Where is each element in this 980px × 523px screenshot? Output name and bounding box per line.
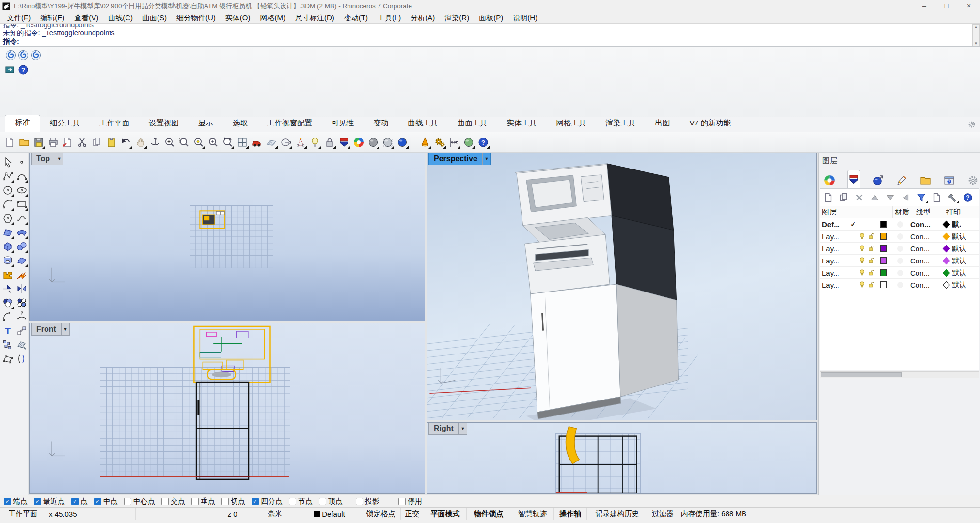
layer-print-color[interactable] (940, 258, 952, 263)
hatch-icon[interactable] (16, 338, 28, 351)
join-puzzle-icon[interactable] (1, 268, 14, 281)
panel-gear-icon[interactable] (967, 172, 979, 188)
osnap-8[interactable]: ✓四分点 (252, 497, 283, 506)
layer-row-3[interactable]: Lay...Con...默认 (820, 255, 979, 267)
osnap-6[interactable]: 垂点 (191, 497, 215, 506)
move-up-icon[interactable] (869, 192, 880, 203)
toolbar-tab-2[interactable]: 工作平面 (90, 116, 139, 132)
layer-linetype[interactable]: Con... (910, 245, 940, 253)
toolbar-tab-7[interactable]: 可见性 (322, 116, 364, 132)
layer-color-swatch[interactable] (877, 221, 890, 228)
fillet-arc-icon[interactable] (1, 310, 14, 323)
dimension-icon[interactable] (447, 136, 460, 149)
viewport-perspective-menu-icon[interactable]: ▼ (482, 153, 490, 165)
status-cell-8[interactable]: 平面模式 (424, 508, 467, 520)
layer-color-swatch[interactable] (877, 269, 890, 276)
layer-lock-icon[interactable] (868, 256, 877, 265)
save-file-icon[interactable] (32, 136, 45, 149)
viewport-perspective[interactable]: Perspective ▼ (427, 153, 817, 420)
help-icon[interactable]: ? (476, 136, 490, 149)
osnap-checkbox[interactable] (289, 498, 296, 505)
osnap-2[interactable]: ✓点 (71, 497, 88, 506)
close-button[interactable]: × (958, 0, 980, 12)
status-cell-7[interactable]: 正交 (401, 508, 424, 520)
osnap-11[interactable]: 投影 (356, 497, 379, 506)
layer-print-color[interactable] (940, 282, 952, 288)
osnap-checkbox[interactable] (124, 498, 131, 505)
osnap-checkbox[interactable] (161, 498, 169, 505)
layer-print-width[interactable]: 默认 (952, 232, 979, 241)
new-layer-icon[interactable] (823, 192, 834, 203)
scroll-thumb[interactable] (821, 372, 902, 377)
osnap-checkbox[interactable]: ✓ (71, 498, 79, 505)
menu-item-10[interactable]: 工具(L) (373, 12, 406, 23)
text-icon[interactable]: T (1, 324, 14, 337)
osnap-3[interactable]: ✓中点 (94, 497, 118, 506)
sweep-surface-icon[interactable] (16, 226, 28, 239)
circle-icon[interactable] (1, 184, 14, 197)
menu-item-1[interactable]: 编辑(E) (35, 12, 69, 23)
osnap-0[interactable]: ✓端点 (4, 497, 28, 506)
rotate-view-icon[interactable] (148, 136, 161, 149)
layers-hscrollbar[interactable] (820, 371, 979, 378)
viewport-top-menu-icon[interactable]: ▼ (55, 153, 63, 165)
collapse-icon[interactable] (901, 192, 911, 203)
status-cell-13[interactable]: 过滤器 (648, 508, 678, 520)
osnap-checkbox[interactable] (356, 498, 363, 505)
toolbar-tab-9[interactable]: 曲线工具 (398, 116, 448, 132)
viewport-perspective-tab[interactable]: Perspective ▼ (428, 153, 491, 165)
layer-row-5[interactable]: Lay...Con...默认 (820, 279, 979, 291)
layer-name[interactable]: Lay... (820, 257, 848, 265)
status-cell-6[interactable]: 锁定格点 (361, 508, 401, 520)
scroll-up-icon[interactable]: ▲ (974, 25, 978, 30)
layer-color-swatch[interactable] (877, 257, 890, 264)
layer-name[interactable]: Lay... (820, 281, 848, 289)
revolve-icon[interactable] (16, 353, 28, 365)
delete-layer-icon[interactable] (854, 192, 865, 203)
orient-cone-icon[interactable] (418, 136, 431, 149)
viewport-front-tab[interactable]: Front ▼ (31, 323, 70, 336)
freeform-curve-icon[interactable] (16, 212, 28, 225)
layer-visibility-icon[interactable] (858, 268, 868, 277)
layer-visibility-icon[interactable] (858, 280, 868, 289)
toolbar-tab-1[interactable]: 细分工具 (40, 116, 90, 132)
layer-material[interactable] (890, 221, 910, 228)
patch-surface-icon[interactable] (16, 254, 28, 267)
osnap-checkbox[interactable]: ✓ (252, 498, 259, 505)
status-cell-11[interactable]: 操作轴 (554, 508, 587, 520)
status-cell-14[interactable]: 内存使用量: 688 MB (678, 508, 799, 520)
status-cell-10[interactable]: 智慧轨迹 (511, 508, 554, 520)
explode-icon[interactable] (16, 268, 28, 281)
tab-gear-icon[interactable] (967, 120, 976, 129)
layer-name[interactable]: Lay... (820, 232, 848, 241)
layer-tools-icon[interactable] (947, 192, 958, 203)
spheres-icon[interactable] (16, 240, 28, 253)
status-cell-2[interactable] (136, 508, 213, 520)
layer-row-0[interactable]: Def...✓Con...默. (820, 218, 979, 231)
move-down-icon[interactable] (885, 192, 896, 203)
shaded-sphere-icon[interactable] (366, 136, 379, 149)
menu-item-7[interactable]: 网格(M) (255, 12, 290, 23)
new-file-icon[interactable] (3, 136, 16, 149)
boolean-union-icon[interactable] (1, 296, 14, 309)
panel-arrow-icon[interactable] (4, 64, 16, 76)
layer-lock-icon[interactable] (868, 220, 877, 229)
status-cell-9[interactable]: 物件锁点 (467, 508, 511, 520)
current-layer-check[interactable]: ✓ (848, 220, 858, 228)
ellipse-icon[interactable] (16, 184, 28, 197)
cut-icon[interactable] (76, 136, 89, 149)
pan-icon[interactable] (134, 136, 147, 149)
layer-name[interactable]: Lay... (820, 245, 848, 253)
minimize-button[interactable]: – (913, 0, 935, 12)
layer-name[interactable]: Lay... (820, 269, 848, 277)
set-circle-icon[interactable] (279, 136, 292, 149)
layer-print-width[interactable]: 默认 (952, 256, 979, 265)
menu-item-3[interactable]: 曲线(C) (103, 12, 138, 23)
osnap-12[interactable]: 停用 (398, 497, 422, 506)
viewport-front-menu-icon[interactable]: ▼ (61, 323, 69, 335)
viewport-layout-icon[interactable] (236, 136, 249, 149)
layer-flag-icon[interactable] (337, 136, 350, 149)
layer-lock-icon[interactable] (868, 268, 877, 277)
rendered-sphere-icon[interactable] (395, 136, 409, 149)
curve-icon[interactable] (16, 170, 28, 183)
